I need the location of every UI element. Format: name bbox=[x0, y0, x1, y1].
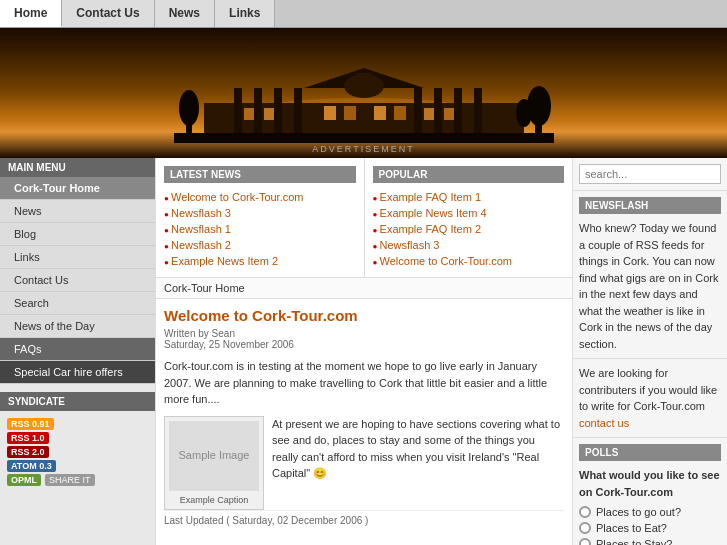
svg-rect-12 bbox=[356, 73, 372, 88]
contribute-section: We are looking for contributers if you w… bbox=[573, 359, 727, 438]
popular-title: POPULAR bbox=[373, 166, 565, 183]
main-wrapper: MAIN MENU Cork-Tour Home News Blog Links… bbox=[0, 158, 727, 545]
nav-contact[interactable]: Contact Us bbox=[62, 0, 154, 27]
left-column: MAIN MENU Cork-Tour Home News Blog Links… bbox=[0, 158, 155, 545]
hero-image: ADVERTISEMENT bbox=[0, 28, 727, 158]
article-date: Saturday, 25 November 2006 bbox=[164, 339, 294, 350]
latest-news-item-4[interactable]: Example News Item 2 bbox=[164, 253, 356, 269]
latest-news-title: LATEST NEWS bbox=[164, 166, 356, 183]
newsflash-section: NEWSFLASH Who knew? Today we found a cou… bbox=[573, 191, 727, 359]
svg-rect-17 bbox=[374, 106, 386, 120]
nav-news[interactable]: News bbox=[155, 0, 215, 27]
svg-rect-18 bbox=[394, 106, 406, 120]
rss-091-badge[interactable]: RSS 0.91 bbox=[7, 418, 54, 430]
last-updated: Last Updated ( Saturday, 02 December 200… bbox=[164, 510, 564, 526]
polls-title: POLLS bbox=[579, 444, 721, 461]
main-top-section: LATEST NEWS Welcome to Cork-Tour.com New… bbox=[156, 158, 572, 277]
svg-point-25 bbox=[516, 99, 532, 127]
right-column: NEWSFLASH Who knew? Today we found a cou… bbox=[572, 158, 727, 545]
poll-radio-1[interactable] bbox=[579, 522, 591, 534]
polls-section: POLLS What would you like to see on Cork… bbox=[573, 438, 727, 545]
latest-news-item-0[interactable]: Welcome to Cork-Tour.com bbox=[164, 189, 356, 205]
popular-item-2[interactable]: Example FAQ Item 2 bbox=[373, 221, 565, 237]
svg-rect-26 bbox=[174, 133, 554, 143]
latest-news-item-1[interactable]: Newsflash 3 bbox=[164, 205, 356, 221]
opml-badge[interactable]: OPML bbox=[7, 474, 41, 486]
nav-links[interactable]: Links bbox=[215, 0, 275, 27]
poll-radio-0[interactable] bbox=[579, 506, 591, 518]
syndicate-title: SYNDICATE bbox=[0, 392, 155, 411]
menu-car-hire[interactable]: Special Car hire offers bbox=[0, 361, 155, 384]
latest-news-section: LATEST NEWS Welcome to Cork-Tour.com New… bbox=[156, 158, 365, 277]
newsflash-text: Who knew? Today we found a couple of RSS… bbox=[579, 220, 721, 352]
image-caption: Example Caption bbox=[169, 495, 259, 505]
popular-section: POPULAR Example FAQ Item 1 Example News … bbox=[365, 158, 573, 277]
poll-option-1[interactable]: Places to Eat? bbox=[579, 522, 721, 534]
breadcrumb: Cork-Tour Home bbox=[156, 277, 572, 299]
poll-radio-2[interactable] bbox=[579, 538, 591, 545]
nav-home[interactable]: Home bbox=[0, 0, 62, 27]
advertisement-label: ADVERTISEMENT bbox=[0, 144, 727, 154]
popular-item-4[interactable]: Welcome to Cork-Tour.com bbox=[373, 253, 565, 269]
menu-news-of-day[interactable]: News of the Day bbox=[0, 315, 155, 338]
main-content: LATEST NEWS Welcome to Cork-Tour.com New… bbox=[155, 158, 572, 545]
svg-rect-16 bbox=[344, 106, 356, 120]
syndicate-section: RSS 0.91 RSS 1.0 RSS 2.0 ATOM 0.3 OPML S… bbox=[0, 411, 155, 493]
poll-label-0: Places to go out? bbox=[596, 506, 681, 518]
menu-links[interactable]: Links bbox=[0, 246, 155, 269]
sample-image-label: Sample Image bbox=[179, 448, 250, 462]
menu-blog[interactable]: Blog bbox=[0, 223, 155, 246]
latest-news-item-3[interactable]: Newsflash 2 bbox=[164, 237, 356, 253]
share-badge[interactable]: SHARE IT bbox=[45, 474, 95, 486]
latest-news-item-2[interactable]: Newsflash 1 bbox=[164, 221, 356, 237]
article-body-section: Sample Image Example Caption At present … bbox=[164, 416, 564, 510]
article-byline: Written by Sean Saturday, 25 November 20… bbox=[164, 328, 564, 350]
written-by: Written by Sean bbox=[164, 328, 235, 339]
svg-rect-15 bbox=[324, 106, 336, 120]
sample-image: Sample Image bbox=[169, 421, 259, 491]
article-section: Welcome to Cork-Tour.com Written by Sean… bbox=[156, 299, 572, 534]
poll-question: What would you like to see on Cork-Tour.… bbox=[579, 467, 721, 500]
atom-badge[interactable]: ATOM 0.3 bbox=[7, 460, 56, 472]
syndicate-badges: RSS 0.91 RSS 1.0 RSS 2.0 ATOM 0.3 OPML S… bbox=[6, 417, 149, 487]
contact-us-link[interactable]: contact us bbox=[579, 417, 629, 429]
search-input[interactable] bbox=[579, 164, 721, 184]
svg-rect-19 bbox=[424, 108, 434, 120]
menu-contact-us[interactable]: Contact Us bbox=[0, 269, 155, 292]
svg-rect-20 bbox=[444, 108, 454, 120]
main-menu-title: MAIN MENU bbox=[0, 158, 155, 177]
menu-faqs[interactable]: FAQs bbox=[0, 338, 155, 361]
menu-news[interactable]: News bbox=[0, 200, 155, 223]
search-section bbox=[573, 158, 727, 191]
menu-search[interactable]: Search bbox=[0, 292, 155, 315]
contribute-label: We are looking for contributers if you w… bbox=[579, 367, 717, 412]
poll-option-0[interactable]: Places to go out? bbox=[579, 506, 721, 518]
svg-rect-14 bbox=[264, 108, 274, 120]
popular-item-0[interactable]: Example FAQ Item 1 bbox=[373, 189, 565, 205]
top-navigation: Home Contact Us News Links bbox=[0, 0, 727, 28]
newsflash-title: NEWSFLASH bbox=[579, 197, 721, 214]
rss-10-badge[interactable]: RSS 1.0 bbox=[7, 432, 49, 444]
popular-item-1[interactable]: Example News Item 4 bbox=[373, 205, 565, 221]
popular-item-3[interactable]: Newsflash 3 bbox=[373, 237, 565, 253]
svg-rect-13 bbox=[244, 108, 254, 120]
building-silhouette bbox=[174, 68, 554, 143]
article-title[interactable]: Welcome to Cork-Tour.com bbox=[164, 307, 564, 324]
menu-cork-tour-home[interactable]: Cork-Tour Home bbox=[0, 177, 155, 200]
article-body1: Cork-tour.com is in testing at the momen… bbox=[164, 358, 564, 408]
article-body2: At present we are hoping to have section… bbox=[272, 416, 564, 502]
contribute-text: We are looking for contributers if you w… bbox=[579, 365, 721, 431]
sample-image-container: Sample Image Example Caption bbox=[164, 416, 264, 510]
poll-option-2[interactable]: Places to Stay? bbox=[579, 538, 721, 545]
poll-label-2: Places to Stay? bbox=[596, 538, 672, 545]
rss-20-badge[interactable]: RSS 2.0 bbox=[7, 446, 49, 458]
poll-label-1: Places to Eat? bbox=[596, 522, 667, 534]
